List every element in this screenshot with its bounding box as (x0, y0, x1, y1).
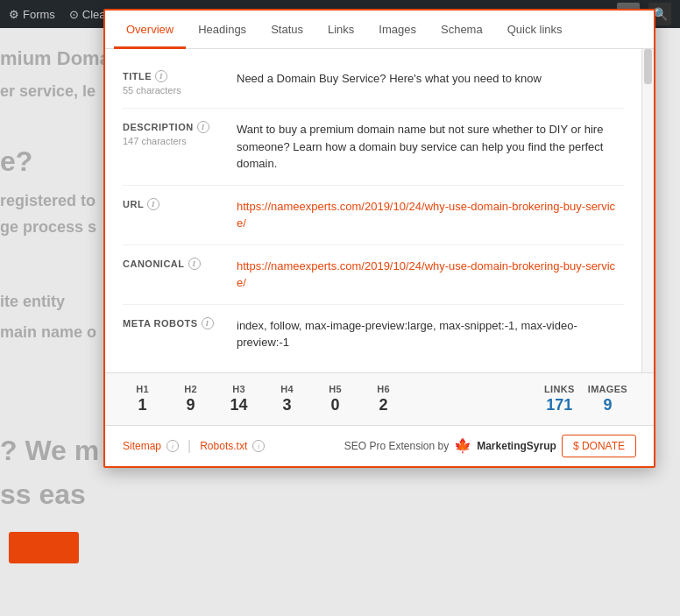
wp-icon: ⚙ (9, 8, 19, 21)
footer-sep-1: | (188, 438, 191, 454)
stat-h1: H1 1 (123, 384, 162, 414)
canonical-info-icon[interactable]: i (188, 258, 201, 270)
meta-robots-value: index, follow, max-image-preview:large, … (237, 317, 624, 351)
stat-h3: H3 14 (219, 384, 259, 414)
bg-text-4: registered to (0, 190, 96, 212)
url-label: URL i (123, 198, 237, 210)
title-field: TITLE i 55 characters Need a Domain Buy … (123, 58, 624, 109)
description-subtext: 147 characters (123, 136, 237, 146)
bg-text-2: er service, le (0, 81, 96, 103)
scrollbar-track[interactable] (641, 49, 654, 372)
description-info-icon[interactable]: i (197, 121, 209, 133)
url-link[interactable]: https://nameexperts.com/2019/10/24/why-u… (237, 200, 615, 230)
stats-bar: H1 1 H2 9 H3 14 H4 3 H5 0 H6 2 LINKS 171 (105, 372, 654, 425)
bg-text-8: ? We m (0, 431, 99, 471)
stat-h4: H4 3 (267, 384, 307, 414)
description-field: DESCRIPTION i 147 characters Want to buy… (123, 109, 624, 186)
title-value: Need a Domain Buy Service? Here's what y… (237, 70, 624, 88)
tab-links[interactable]: Links (315, 11, 366, 49)
scrollbar-thumb[interactable] (644, 49, 652, 84)
bg-button (9, 532, 79, 563)
bg-text-7: main name o (0, 322, 96, 343)
tab-status[interactable]: Status (259, 11, 315, 49)
tab-navigation: Overview Headings Status Links Images Sc… (105, 11, 654, 49)
meta-robots-field: META ROBOTS i index, follow, max-image-p… (123, 305, 624, 364)
robots-info-icon[interactable]: i (252, 440, 265, 452)
stat-links: LINKS 171 (540, 384, 579, 414)
url-field: URL i https://nameexperts.com/2019/10/24… (123, 186, 624, 245)
footer-brand: SEO Pro Extension by 🍁 MarketingSyrup $ … (344, 435, 636, 457)
title-info-icon[interactable]: i (155, 70, 167, 82)
canonical-field: CANONICAL i https://nameexperts.com/2019… (123, 245, 624, 305)
stat-h5: H5 0 (315, 384, 355, 414)
url-label-col: URL i (123, 198, 237, 210)
tab-quick-links[interactable]: Quick links (495, 11, 575, 49)
title-label-col: TITLE i 55 characters (123, 70, 237, 96)
canonical-value: https://nameexperts.com/2019/10/24/why-u… (237, 258, 624, 292)
stat-h2: H2 9 (171, 384, 210, 414)
admin-bar-forms[interactable]: ⚙ Forms (9, 8, 55, 21)
stat-h6: H6 2 (364, 384, 403, 414)
panel-content: TITLE i 55 characters Need a Domain Buy … (105, 49, 641, 372)
cache-icon: ⊙ (69, 8, 79, 21)
tab-images[interactable]: Images (366, 11, 429, 49)
canonical-link[interactable]: https://nameexperts.com/2019/10/24/why-u… (237, 259, 615, 290)
title-label: TITLE i (123, 70, 237, 82)
bg-text-5: ge process s (0, 216, 96, 238)
description-label: DESCRIPTION i (123, 121, 237, 133)
url-value: https://nameexperts.com/2019/10/24/why-u… (237, 198, 624, 232)
canonical-label-col: CANONICAL i (123, 258, 237, 270)
meta-robots-info-icon[interactable]: i (202, 317, 214, 329)
robots-link[interactable]: Robots.txt (200, 440, 247, 452)
meta-robots-label: META ROBOTS i (123, 317, 237, 329)
sitemap-link[interactable]: Sitemap (123, 440, 161, 452)
panel-footer: Sitemap i | Robots.txt i SEO Pro Extensi… (105, 425, 654, 466)
seo-panel: Overview Headings Status Links Images Sc… (103, 9, 655, 468)
canonical-label: CANONICAL i (123, 258, 237, 270)
url-info-icon[interactable]: i (147, 198, 159, 210)
sitemap-info-icon[interactable]: i (166, 440, 179, 452)
tab-overview[interactable]: Overview (114, 11, 186, 49)
bg-text-3: e? (0, 142, 32, 181)
description-value: Want to buy a premium domain name but no… (237, 121, 624, 173)
stat-images: IMAGES 9 (588, 384, 627, 414)
bg-text-9: ss eas (0, 475, 86, 514)
tab-headings[interactable]: Headings (186, 11, 259, 49)
title-subtext: 55 characters (123, 85, 237, 96)
donate-button[interactable]: $ DONATE (562, 435, 636, 457)
description-label-col: DESCRIPTION i 147 characters (123, 121, 237, 146)
panel-body: TITLE i 55 characters Need a Domain Buy … (105, 49, 654, 372)
tab-schema[interactable]: Schema (429, 11, 495, 49)
meta-robots-label-col: META ROBOTS i (123, 317, 237, 329)
bg-text-6: ite entity (0, 291, 65, 313)
maple-icon: 🍁 (454, 437, 471, 454)
